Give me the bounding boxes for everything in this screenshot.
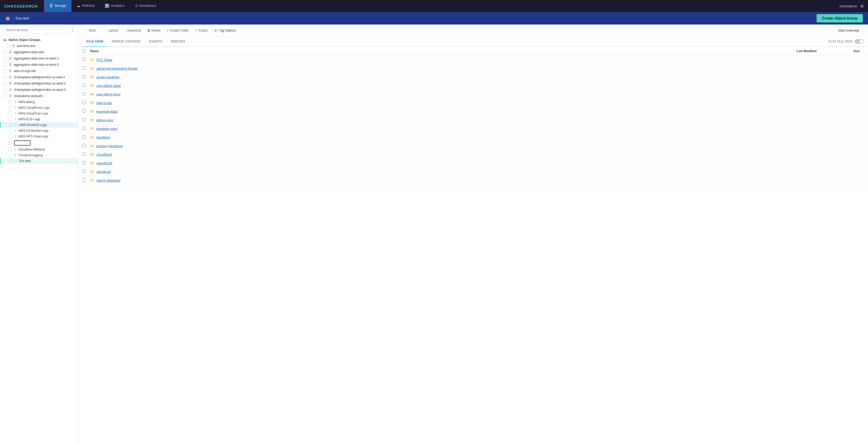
tab-file-view[interactable]: FILE VIEW: [82, 36, 107, 47]
checkbox-danny[interactable]: [82, 178, 86, 182]
row-link-aws-billing-data[interactable]: aws-billing-data/: [96, 84, 121, 88]
checkbox-agg-us-west-2[interactable]: [3, 63, 7, 66]
nav-tab-dashboard[interactable]: ⊙ Dashboard: [130, 0, 162, 12]
checkbox-empty[interactable]: [8, 141, 12, 145]
sidebar-item-empty-box[interactable]: [0, 139, 78, 147]
row-link-poc-data[interactable]: PoC-Data/: [96, 58, 112, 62]
nav-tab-storage[interactable]: 🗄 Storage: [44, 0, 72, 12]
row-link-bluebike-gzip[interactable]: bluebike-gzip/: [96, 127, 117, 131]
checkbox-billing-json[interactable]: [82, 118, 86, 121]
checkbox-cloudflare[interactable]: [82, 152, 86, 156]
sidebar-item-aws-billing[interactable]: ⊽ AWS-Billing: [0, 99, 78, 105]
row-link-bluebike[interactable]: bluebike/: [96, 136, 110, 139]
create-folder-button[interactable]: + Create Folder: [164, 27, 191, 34]
tab-group-content[interactable]: GROUP CONTENT: [107, 36, 145, 47]
search-input[interactable]: [3, 27, 68, 33]
checkbox-s3-bucket[interactable]: [8, 129, 12, 132]
checkbox-apt[interactable]: [82, 66, 86, 70]
row-link-austin[interactable]: austin-weather/: [96, 75, 120, 79]
back-button[interactable]: ← Back: [82, 27, 99, 34]
row-link-billing-json[interactable]: billing-json/: [96, 118, 114, 122]
checkbox-cf-east-2[interactable]: [3, 76, 7, 79]
sidebar-item-cf-west-2[interactable]: 🗄 cf-templates-ladhgkyxrokio-us-west-2: [0, 87, 78, 93]
start-indexing-button[interactable]: Start Indexing: [833, 27, 864, 34]
sidebar-item-chaosdemo-datasets[interactable]: 🗄 chaosdemo-datasets: [0, 93, 78, 99]
sidebar-item-aws-vpc[interactable]: ⊽ AWS-VPC-Flow-Logs: [0, 134, 78, 139]
checkbox-cloudflare-webinar[interactable]: [8, 148, 12, 151]
settings-icon[interactable]: ⚙: [860, 4, 864, 9]
export-button[interactable]: ↗ Export: [192, 27, 210, 34]
download-button[interactable]: ↓ Download: [122, 27, 144, 34]
checkbox-cf-west-2[interactable]: [3, 88, 7, 92]
sidebar-item-aws-route53[interactable]: ⊽ AWS-Route53-Logs: [0, 122, 78, 128]
checkbox-doc-test[interactable]: [9, 159, 13, 163]
sidebar-item-aws-elb[interactable]: ⊽ AWS-ELB-Logs: [0, 116, 78, 122]
row-link-cloudtrail[interactable]: cloudtrail/: [96, 170, 111, 174]
flat-file-switch[interactable]: [855, 39, 864, 44]
checkbox-chaosdemo[interactable]: [3, 94, 7, 98]
table-row: 📁 aws-billing-json/: [78, 90, 868, 98]
select-all-checkbox[interactable]: [82, 49, 86, 53]
row-link-bad-ip[interactable]: bad-ip-list/: [96, 101, 112, 105]
folder-icon: 📁: [90, 66, 94, 70]
row-link-aws-billing-json[interactable]: aws-billing-json/: [96, 92, 120, 96]
sidebar-item-real-time-test[interactable]: 🗄 real-time-test: [0, 43, 78, 49]
checkbox-bluebike[interactable]: [82, 135, 86, 139]
download-label: Download: [127, 29, 141, 32]
more-options-icon[interactable]: ⋮: [70, 27, 75, 33]
tab-events[interactable]: EVENTS: [145, 36, 166, 47]
checkbox-bad-ip[interactable]: [82, 101, 86, 104]
sidebar-item-aws-cloudfront[interactable]: ⊽ AWS-CloudFront-Logs: [0, 105, 78, 111]
sidebar-item-cloudflare-webinar[interactable]: ⊽ Cloudflare-Webinar: [0, 147, 78, 152]
checkbox-aws-billing-data[interactable]: [82, 84, 86, 87]
sidebar-item-cloudtrail-logging[interactable]: ⊽ Cloudtrail-logging: [0, 152, 78, 158]
checkbox-vpc[interactable]: [8, 135, 12, 138]
checkbox-cf-west-1[interactable]: [3, 82, 7, 85]
sidebar-item-aggregation-us-west-1[interactable]: 🗄 aggregation-data-sets-us-west-1: [0, 55, 78, 62]
toolbar-separator-1: [101, 28, 101, 33]
sidebar-item-aws-s3-bucket[interactable]: ⊽ AWS-S3-Bucket-Logs: [0, 128, 78, 134]
row-link-cloudfront[interactable]: cloudfront/: [96, 161, 112, 165]
checkbox-route53[interactable]: [9, 123, 13, 127]
row-link-danny[interactable]: danny-datasets/: [96, 178, 121, 182]
nav-tab-refinery[interactable]: ☁ Refinery: [71, 0, 100, 12]
row-link-cloudflare[interactable]: cloudflare/: [96, 153, 112, 156]
tag-objects-button[interactable]: 🏷 Tag Objects: [211, 27, 239, 34]
sidebar-item-aws-s3-logs-bkt[interactable]: 🗄 aws-s3-logs-bkt: [0, 68, 78, 74]
checkbox-elb[interactable]: [8, 117, 12, 121]
checkbox-bluebike-gzip[interactable]: [82, 126, 86, 130]
checkbox-agg-us-west-1[interactable]: [3, 57, 7, 60]
checkbox-aws-billing-json[interactable]: [82, 92, 86, 95]
row-link-baseball[interactable]: baseball-data/: [96, 110, 118, 114]
checkbox-boston[interactable]: [82, 144, 86, 147]
checkbox-austin[interactable]: [82, 75, 86, 78]
checkbox-cloudtrail-logging[interactable]: [8, 153, 12, 157]
checkbox-cloudfront-row[interactable]: [82, 161, 86, 164]
tab-indexes[interactable]: INDEXES: [166, 36, 189, 47]
upload-button[interactable]: ↑ Upload: [103, 27, 121, 34]
checkbox-poc-data[interactable]: [82, 58, 86, 61]
checkbox-agg-data-sets[interactable]: [3, 50, 7, 54]
breadcrumb-bar: 🏠 / Doc-test Create Object Group: [0, 12, 868, 25]
create-object-group-button[interactable]: Create Object Group: [817, 14, 863, 23]
delete-button[interactable]: 🗑 Delete: [145, 27, 163, 34]
home-icon[interactable]: 🏠: [5, 16, 10, 21]
row-link-apt[interactable]: advanced-persistent-threat/: [96, 66, 137, 70]
folder-icon: 📁: [90, 136, 94, 139]
row-link-boston[interactable]: boston-marathon/: [96, 144, 123, 148]
nav-tab-analytics[interactable]: 📊 Analytics: [100, 0, 129, 12]
sidebar-item-aggregation-data-sets[interactable]: 🗄 aggregation-data-sets: [0, 49, 78, 55]
sidebar-item-cf-west-1[interactable]: 🗄 cf-templates-ladhgkyxrokio-us-west-1: [0, 80, 78, 87]
sidebar-item-aws-cloudtrail[interactable]: ⊽ AWS-CloudTrail-Logs: [0, 111, 78, 116]
checkbox-real-time-test[interactable]: [6, 44, 10, 48]
sidebar-item-doc-test[interactable]: ⊽ Doc-test: [0, 158, 78, 164]
checkbox-aws-s3-logs[interactable]: [3, 69, 7, 73]
checkbox-cloudfront[interactable]: [8, 106, 12, 110]
sidebar-item-aggregation-us-west-2[interactable]: 🗄 aggregation-data-sets-us-west-2: [0, 62, 78, 68]
checkbox-cloudtrail-row[interactable]: [82, 170, 86, 173]
checkbox-baseball[interactable]: [82, 109, 86, 113]
sidebar-item-cf-east-2[interactable]: 🗄 cf-templates-ladhgkyxrokio-us-east-2: [0, 74, 78, 80]
checkbox-aws-billing[interactable]: [8, 100, 12, 104]
row-check-cloudfront-row: [82, 161, 90, 165]
checkbox-cloudtrail-sub[interactable]: [8, 112, 12, 115]
